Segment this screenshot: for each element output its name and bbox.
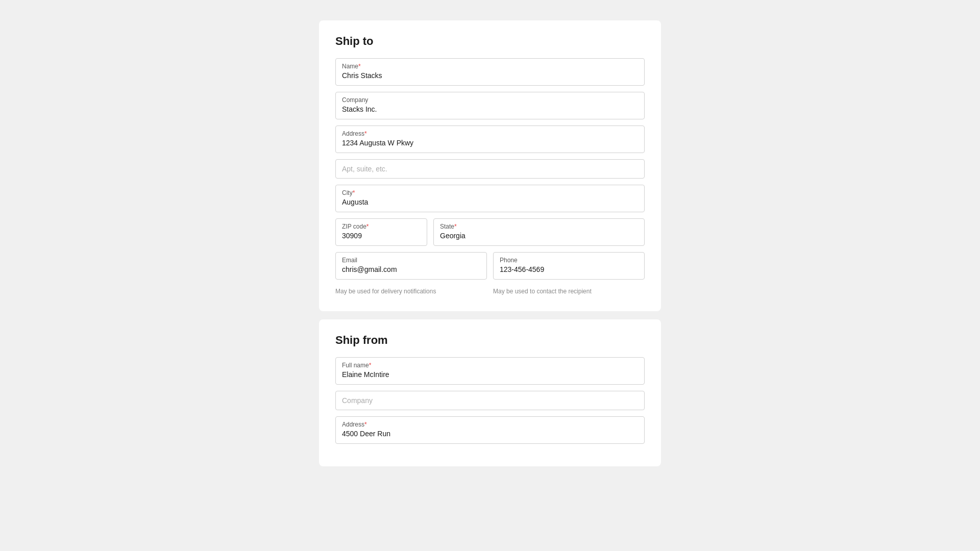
city-required-star: * (353, 189, 355, 196)
zip-input[interactable] (342, 232, 421, 240)
from-address-required-star: * (364, 421, 367, 428)
state-label: State* (440, 223, 638, 230)
city-input[interactable] (342, 198, 638, 206)
zip-state-row: ZIP code* State* Georgia Alabama Alaska (335, 218, 645, 246)
apt-field-group (335, 159, 645, 179)
ship-to-section: Ship to Name* Company (319, 20, 661, 311)
name-field-group: Name* (335, 58, 645, 86)
phone-hint: May be used to contact the recipient (493, 288, 645, 295)
city-field-container: City* (335, 185, 645, 212)
zip-label: ZIP code* (342, 223, 421, 230)
full-name-field-container: Full name* (335, 357, 645, 385)
full-name-required-star: * (369, 362, 372, 369)
full-name-label: Full name* (342, 362, 638, 369)
address-field-group: Address* (335, 126, 645, 153)
zip-field-container: ZIP code* (335, 218, 427, 246)
state-field-container: State* Georgia Alabama Alaska Florida Te… (433, 218, 645, 246)
from-company-input[interactable] (335, 391, 645, 410)
address-required-star: * (364, 130, 367, 137)
hints-row: May be used for delivery notifications M… (335, 286, 645, 295)
from-address-label: Address* (342, 421, 638, 428)
phone-label: Phone (500, 257, 638, 264)
email-label: Email (342, 257, 480, 264)
from-address-field-group: Address* (335, 416, 645, 444)
name-required-star: * (358, 63, 361, 70)
from-address-input[interactable] (342, 430, 638, 438)
address-input[interactable] (342, 139, 638, 147)
ship-from-title: Ship from (335, 334, 645, 347)
email-hint-col: May be used for delivery notifications (335, 286, 487, 295)
page-container: Ship to Name* Company (0, 10, 980, 541)
state-field-group: State* Georgia Alabama Alaska Florida Te… (433, 218, 645, 246)
phone-field-group: Phone (493, 252, 645, 280)
company-input[interactable] (342, 105, 638, 113)
ship-to-title: Ship to (335, 35, 645, 48)
full-name-field-group: Full name* (335, 357, 645, 385)
email-field-container: Email (335, 252, 487, 280)
content-wrapper: Ship to Name* Company (319, 20, 661, 466)
email-field-group: Email (335, 252, 487, 280)
from-company-field-group (335, 391, 645, 410)
state-select[interactable]: Georgia Alabama Alaska Florida Texas (440, 232, 638, 240)
apt-input[interactable] (335, 159, 645, 179)
company-field-container: Company (335, 92, 645, 119)
full-name-input[interactable] (342, 370, 638, 379)
name-field-container: Name* (335, 58, 645, 86)
email-phone-row: Email Phone (335, 252, 645, 280)
phone-field-container: Phone (493, 252, 645, 280)
zip-required-star: * (366, 223, 369, 230)
address-label: Address* (342, 130, 638, 137)
company-label: Company (342, 96, 638, 104)
city-field-group: City* (335, 185, 645, 212)
ship-from-section: Ship from Full name* Address* (319, 319, 661, 466)
company-field-group: Company (335, 92, 645, 119)
from-address-field-container: Address* (335, 416, 645, 444)
address-field-container: Address* (335, 126, 645, 153)
state-required-star: * (454, 223, 457, 230)
city-label: City* (342, 189, 638, 196)
email-input[interactable] (342, 265, 480, 273)
email-hint: May be used for delivery notifications (335, 288, 487, 295)
name-input[interactable] (342, 71, 638, 80)
phone-hint-col: May be used to contact the recipient (493, 286, 645, 295)
phone-input[interactable] (500, 265, 638, 273)
zip-field-group: ZIP code* (335, 218, 427, 246)
name-label: Name* (342, 63, 638, 70)
